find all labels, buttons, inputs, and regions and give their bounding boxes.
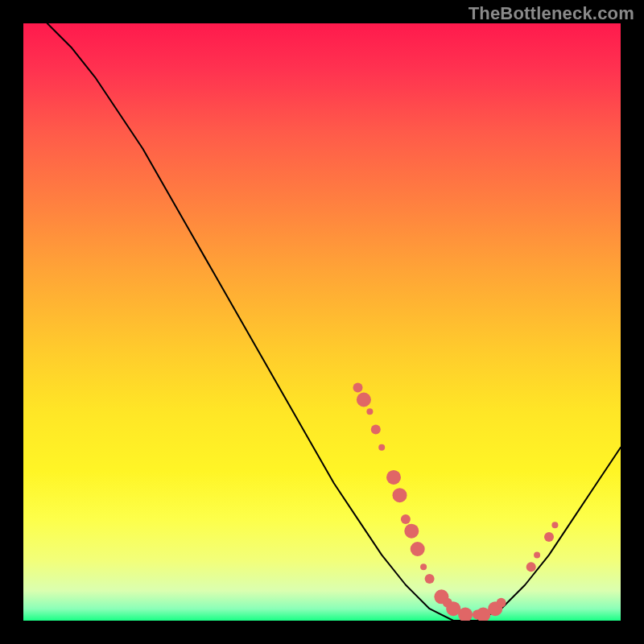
data-marker bbox=[411, 542, 425, 556]
data-marker bbox=[378, 444, 385, 451]
bottleneck-curve bbox=[47, 23, 621, 621]
data-marker bbox=[366, 408, 373, 415]
data-marker bbox=[544, 532, 554, 542]
data-marker bbox=[420, 564, 427, 570]
data-marker bbox=[393, 488, 407, 502]
data-marker bbox=[534, 551, 540, 558]
data-marker bbox=[357, 393, 371, 407]
data-marker bbox=[425, 574, 435, 584]
data-marker bbox=[401, 514, 411, 524]
data-marker bbox=[371, 425, 381, 435]
chart-frame bbox=[23, 23, 621, 621]
data-marker bbox=[404, 524, 419, 539]
markers-group bbox=[353, 383, 559, 621]
data-marker bbox=[497, 598, 506, 608]
data-marker bbox=[551, 522, 558, 528]
data-marker bbox=[526, 562, 536, 572]
watermark-text: TheBottleneck.com bbox=[469, 3, 634, 24]
data-marker bbox=[353, 383, 363, 393]
chart-svg bbox=[23, 23, 621, 621]
data-marker bbox=[386, 470, 401, 485]
